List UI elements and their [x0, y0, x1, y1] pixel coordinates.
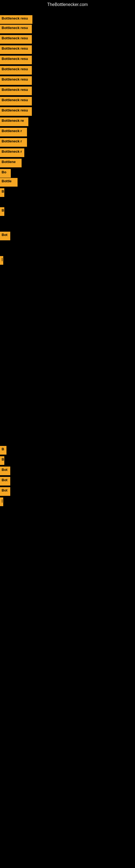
bottleneck-item-18[interactable]: B — [0, 188, 4, 197]
bottleneck-item-26[interactable]: Bot — [0, 487, 10, 496]
bottleneck-item-3[interactable]: Bottleneck resu — [0, 35, 32, 44]
bottleneck-item-7[interactable]: Bottleneck resu — [0, 76, 32, 85]
bottleneck-item-21[interactable]: | — [0, 256, 3, 265]
bottleneck-item-13[interactable]: Bottleneck r — [0, 138, 27, 147]
bottleneck-item-27[interactable]: | — [0, 497, 3, 506]
bottleneck-item-24[interactable]: Bot — [0, 467, 10, 475]
bottleneck-item-5[interactable]: Bottleneck resu — [0, 56, 32, 64]
bottleneck-item-8[interactable]: Bottleneck resu — [0, 87, 32, 95]
site-title: TheBottlenecker.com — [0, 0, 135, 9]
bottleneck-item-19[interactable]: B — [0, 207, 4, 216]
bottleneck-item-25[interactable]: Bot — [0, 477, 10, 486]
bottleneck-item-14[interactable]: Bottleneck r — [0, 148, 24, 157]
bottleneck-item-23[interactable]: B — [0, 456, 4, 465]
bottleneck-item-12[interactable]: Bottleneck r — [0, 128, 27, 136]
bottleneck-item-9[interactable]: Bottleneck resu — [0, 97, 32, 105]
bottleneck-item-1[interactable]: Bottleneck resu — [0, 15, 32, 24]
bottleneck-item-10[interactable]: Bottleneck resu — [0, 107, 32, 116]
bottleneck-item-20[interactable]: Bot — [0, 231, 10, 240]
bottleneck-item-2[interactable]: Bottleneck resu — [0, 25, 32, 33]
bottleneck-item-6[interactable]: Bottleneck resu — [0, 66, 32, 74]
bottleneck-item-17[interactable]: Bottle — [0, 178, 17, 187]
bottleneck-item-11[interactable]: Bottleneck re — [0, 118, 28, 126]
bottleneck-item-4[interactable]: Bottleneck resu — [0, 45, 32, 54]
bottleneck-item-22[interactable]: B — [0, 446, 6, 455]
bottleneck-item-16[interactable]: Bo — [0, 169, 11, 178]
bottleneck-item-15[interactable]: Bottlene — [0, 159, 21, 167]
